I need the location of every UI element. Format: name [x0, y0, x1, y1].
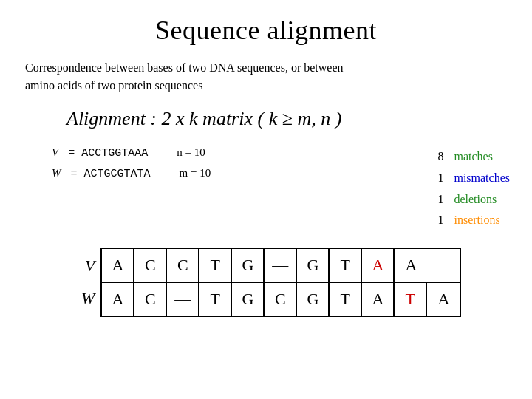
grid-cell-w-7: T: [330, 283, 362, 316]
grid-cell-v-5: —: [265, 249, 297, 282]
grid-cell-w-6: G: [297, 283, 330, 316]
alignment-grid: ACCTG—GTAA AC—TGCGTATA: [100, 248, 461, 317]
w-label: W: [52, 167, 61, 179]
grid-cell-w-10: A: [427, 283, 460, 316]
alignment-grid-section: V W ACCTG—GTAA AC—TGCGTATA: [81, 248, 510, 317]
v-row-label: V: [81, 250, 98, 282]
sequences-left: V = ACCTGGTAAA n = 10 W = ACTGCGTATA m =…: [52, 146, 408, 188]
grid-cell-w-0: A: [102, 283, 134, 316]
w-row-label: W: [81, 282, 98, 315]
grid-cell-w-9: T: [395, 283, 427, 316]
grid-cell-w-2: —: [167, 283, 200, 316]
grid-cell-v-4: G: [232, 249, 265, 282]
w-m: m = 10: [180, 167, 211, 179]
v-n: n = 10: [177, 146, 205, 158]
stats-panel: 8 matches 1 mismatches 1 deletions 1 ins…: [437, 146, 510, 231]
w-sequence-line: W = ACTGCGTATA m = 10: [52, 167, 408, 180]
grid-cell-v-0: A: [102, 249, 134, 282]
grid-row-w: AC—TGCGTATA: [102, 283, 460, 316]
matches-count: 8: [437, 146, 448, 168]
sequences-section: V = ACCTGGTAAA n = 10 W = ACTGCGTATA m =…: [52, 146, 510, 231]
grid-cell-v-1: C: [134, 249, 167, 282]
mismatches-count: 1: [437, 168, 448, 189]
grid-cell-v-3: T: [200, 249, 232, 282]
page: Sequence alignment Correspondence betwee…: [0, 0, 532, 399]
row-labels: V W: [81, 250, 98, 315]
grid-cell-v-6: G: [297, 249, 330, 282]
grid-cell-w-1: C: [134, 283, 167, 316]
deletions-stat: 1 deletions: [437, 189, 510, 211]
deletions-label: deletions: [454, 189, 497, 211]
v-sequence-line: V = ACCTGGTAAA n = 10: [52, 146, 408, 160]
grid-cell-v-2: C: [167, 249, 200, 282]
mismatches-stat: 1 mismatches: [437, 168, 510, 189]
grid-cell-v-9: A: [395, 249, 427, 282]
v-label: V: [52, 146, 58, 158]
matches-stat: 8 matches: [437, 146, 510, 168]
grid-cell-w-5: C: [265, 283, 297, 316]
deletions-count: 1: [437, 189, 448, 211]
page-title: Sequence alignment: [22, 15, 510, 46]
mismatches-label: mismatches: [454, 168, 510, 189]
grid-cell-v-8: A: [362, 249, 395, 282]
insertions-count: 1: [437, 210, 448, 231]
grid-cell-w-4: G: [232, 283, 265, 316]
grid-row-v: ACCTG—GTAA: [102, 249, 460, 283]
grid-cell-w-8: A: [362, 283, 395, 316]
matches-label: matches: [454, 146, 492, 168]
description: Correspondence between bases of two DNA …: [22, 59, 510, 95]
w-seq: = ACTGCGTATA: [71, 168, 151, 180]
grid-cell-w-3: T: [200, 283, 232, 316]
v-seq: = ACCTGGTAAA: [68, 147, 148, 160]
formula: Alignment : 2 x k matrix ( k ≥ m, n ): [66, 108, 510, 130]
grid-cell-v-7: T: [330, 249, 362, 282]
insertions-stat: 1 insertions: [437, 210, 510, 231]
insertions-label: insertions: [454, 210, 499, 231]
